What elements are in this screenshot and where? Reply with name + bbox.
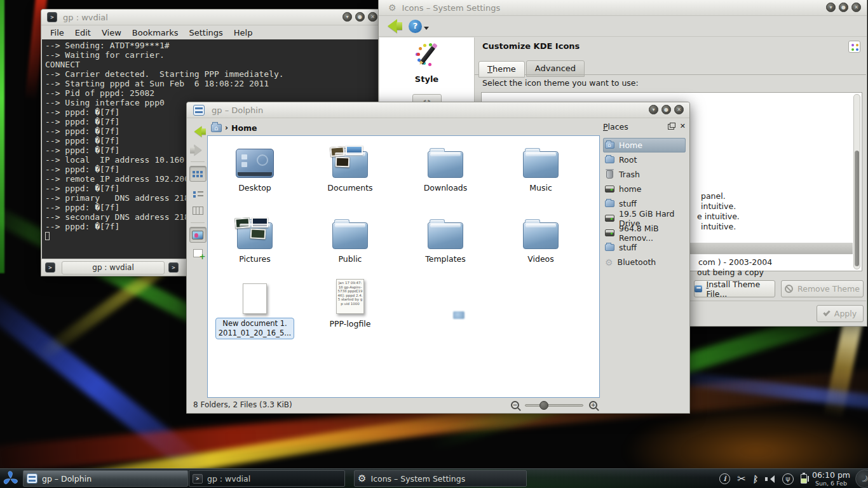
clipboard-scissors-icon[interactable]: ✂ [737, 473, 745, 485]
menu-view[interactable]: View [102, 28, 121, 37]
file-item[interactable]: Pictures [208, 212, 302, 264]
zoom-slider-handle[interactable] [539, 401, 548, 410]
menu-file[interactable]: File [50, 28, 64, 37]
folder-icon [605, 244, 614, 251]
menu-help[interactable]: Help [234, 28, 253, 37]
preview-toggle-button[interactable] [189, 227, 207, 243]
konsole-titlebar[interactable]: > gp : wvdial ▾ ● ✕ [41, 10, 383, 25]
home-folder-icon[interactable]: ⌂ [211, 124, 222, 132]
folder-icon [605, 156, 614, 163]
status-summary: 8 Folders, 2 Files (3.3 KiB) [193, 400, 292, 409]
task-dolphin[interactable]: gp – Dolphin [23, 470, 188, 487]
zoom-out-icon[interactable]: − [511, 401, 519, 409]
zoom-in-icon[interactable]: + [589, 401, 597, 409]
app-launcher-button[interactable] [2, 470, 19, 487]
zoom-slider[interactable] [525, 404, 583, 407]
icons-view-button[interactable] [189, 166, 207, 182]
close-panel-icon[interactable]: ✕ [680, 123, 686, 130]
remove-icon [785, 285, 793, 293]
selected-file-label: New document 1. 2011_01_20_16_5... [215, 318, 294, 339]
menu-edit[interactable]: Edit [75, 28, 91, 37]
check-icon [823, 309, 830, 316]
split-view-button[interactable]: + [189, 245, 207, 261]
public-folder-icon [332, 222, 368, 249]
volume-icon[interactable] [765, 474, 775, 484]
minimize-button[interactable]: ▾ [649, 105, 658, 114]
page-title: Customize KDE Icons [482, 41, 580, 51]
battery-icon[interactable] [801, 474, 807, 484]
konsole-tab-label: gp : wvdial [92, 263, 133, 272]
scrollbar[interactable] [853, 94, 860, 269]
places-item-bluetooth[interactable]: ⚙ Bluetooth [603, 255, 686, 269]
device-notifier-icon[interactable]: ψ [782, 473, 794, 485]
maximize-button[interactable]: ● [661, 105, 671, 114]
konsole-title: gp : wvdial [63, 13, 108, 22]
details-view-button[interactable] [189, 184, 207, 200]
maximize-button[interactable]: ● [839, 3, 848, 12]
places-item-root[interactable]: Root [603, 152, 686, 167]
file-item[interactable]: Documents [303, 141, 397, 193]
help-button[interactable]: ? [409, 20, 422, 33]
konsole-tab[interactable]: gp : wvdial [62, 261, 165, 274]
forward-button[interactable] [189, 142, 207, 158]
settings-toolbar: ? [379, 16, 867, 37]
terminal-line: --> Carrier detected. Starting PPP immed… [45, 69, 379, 79]
back-button[interactable] [388, 19, 397, 33]
file-item-selected[interactable]: New document 1. 2011_01_20_16_5... [208, 277, 302, 339]
file-view[interactable]: Desktop Documents Downloads Music Pictur… [207, 135, 600, 398]
places-item-home-partition[interactable]: home [603, 182, 686, 196]
settings-titlebar[interactable]: ⚙ Icons – System Settings ▾ ● ✕ [379, 0, 867, 16]
install-theme-button[interactable]: Install Theme File... [694, 280, 775, 297]
minimize-button[interactable]: ▾ [342, 12, 352, 22]
minimize-button[interactable]: ▾ [826, 3, 836, 12]
tab-list-button[interactable]: > [168, 262, 179, 273]
places-item-removable[interactable]: 964.8 MiB Remov... [603, 226, 686, 240]
tab-theme[interactable]: Theme [478, 61, 525, 78]
sidebar-item-style[interactable]: Style [379, 74, 474, 84]
breadcrumb: ⌂ › Home [211, 121, 257, 135]
bluetooth-icon[interactable]: ᛒ [752, 473, 759, 485]
file-item[interactable]: Downloads [398, 141, 492, 193]
menu-bookmarks[interactable]: Bookmarks [132, 28, 179, 37]
taskbar: gp – Dolphin > gp : wvdial ⚙ Icons – Sys… [0, 468, 868, 488]
detach-panel-icon[interactable] [668, 124, 674, 130]
panel-toolbox-icon[interactable]: ☾ [855, 470, 868, 488]
places-item-trash[interactable]: Trash [603, 167, 686, 182]
task-konsole[interactable]: > gp : wvdial [189, 470, 345, 487]
close-button[interactable]: ✕ [368, 12, 377, 22]
help-dropdown-caret[interactable] [424, 27, 429, 32]
notifications-icon[interactable]: i [719, 473, 730, 484]
close-button[interactable]: ✕ [674, 105, 684, 114]
dolphin-statusbar: 8 Folders, 2 Files (3.3 KiB) − + [187, 396, 689, 413]
menu-settings[interactable]: Settings [189, 28, 222, 37]
file-item[interactable]: Public [303, 212, 397, 264]
file-item[interactable]: Templates [398, 212, 492, 264]
dolphin-title: gp – Dolphin [212, 105, 263, 115]
task-system-settings[interactable]: ⚙ Icons – System Settings [354, 470, 527, 487]
dolphin-titlebar[interactable]: gp – Dolphin ▾ ● ✕ [187, 102, 689, 118]
columns-view-button[interactable] [189, 203, 207, 219]
scrollbar-thumb[interactable] [855, 151, 859, 266]
file-item[interactable]: Jan 17 09:47:18 gp-Aspire-5738 pppd[1946… [303, 277, 397, 329]
new-tab-button[interactable]: > [45, 262, 55, 273]
file-item[interactable]: Desktop [208, 141, 302, 193]
file-item[interactable]: Videos [494, 212, 588, 264]
close-button[interactable]: ✕ [851, 3, 861, 12]
style-icon[interactable] [413, 44, 441, 69]
back-button[interactable] [189, 123, 207, 139]
theme-about-fragment: com ) - 2003-2004 [698, 257, 772, 267]
desktop: > gp : wvdial ▾ ● ✕ File Edit View Bookm… [0, 0, 868, 488]
dolphin-toolbar: + [188, 122, 207, 396]
dolphin-window: gp – Dolphin ▾ ● ✕ ⌂ › Home + [186, 102, 690, 414]
documents-folder-icon [332, 151, 368, 178]
places-item-home[interactable]: ⌂ Home [603, 138, 686, 152]
apply-button[interactable]: Apply [817, 305, 864, 322]
maximize-button[interactable]: ● [355, 12, 365, 22]
file-item[interactable]: Music [494, 141, 588, 193]
breadcrumb-home[interactable]: Home [231, 123, 257, 133]
launcher-logo-icon [2, 470, 19, 487]
konsole-icon: > [47, 12, 57, 22]
clock[interactable]: 06:10 pm Sun, 6 Feb [810, 470, 852, 487]
remove-theme-button[interactable]: Remove Theme [781, 280, 864, 297]
dolphin-app-icon [193, 105, 205, 116]
